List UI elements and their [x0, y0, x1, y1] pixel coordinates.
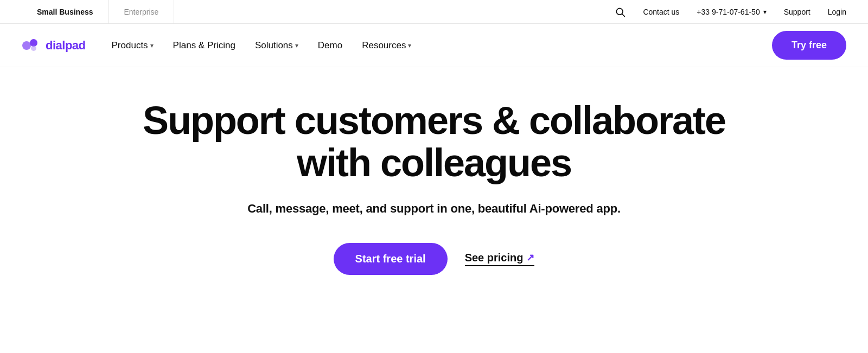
chevron-down-icon: ▾ [295, 42, 298, 49]
nav-solutions[interactable]: Solutions ▾ [255, 40, 298, 51]
contact-us-link[interactable]: Contact us [643, 8, 679, 16]
svg-point-3 [30, 39, 37, 47]
top-bar-tabs: Small Business Enterprise [22, 0, 174, 24]
start-free-trial-button[interactable]: Start free trial [334, 243, 448, 275]
top-bar: Small Business Enterprise Contact us +33… [0, 0, 868, 24]
nav-left: dialpad Products ▾ Plans & Pricing Solut… [22, 38, 411, 53]
logo-icon [22, 38, 41, 53]
arrow-icon: ↗ [526, 252, 534, 264]
nav-items: Products ▾ Plans & Pricing Solutions ▾ D… [112, 40, 412, 51]
nav-products[interactable]: Products ▾ [112, 40, 154, 51]
svg-point-2 [22, 41, 31, 50]
see-pricing-link[interactable]: See pricing ↗ [465, 252, 535, 266]
hero-subtitle: Call, message, meet, and support in one,… [247, 202, 621, 216]
nav-demo[interactable]: Demo [318, 40, 342, 51]
logo-text: dialpad [46, 38, 86, 53]
tab-enterprise[interactable]: Enterprise [109, 0, 175, 24]
chevron-down-icon: ▾ [763, 8, 767, 16]
tab-small-business[interactable]: Small Business [22, 0, 109, 24]
search-icon [615, 7, 626, 17]
main-nav: dialpad Products ▾ Plans & Pricing Solut… [0, 24, 868, 67]
login-link[interactable]: Login [828, 8, 846, 16]
top-bar-right: Contact us +33 9-71-07-61-50 ▾ Support L… [615, 7, 846, 17]
svg-line-1 [622, 14, 625, 16]
svg-point-4 [31, 46, 36, 51]
hero-cta: Start free trial See pricing ↗ [334, 243, 535, 275]
nav-resources[interactable]: Resources ▾ [362, 40, 411, 51]
logo[interactable]: dialpad [22, 38, 86, 53]
chevron-down-icon: ▾ [408, 42, 411, 49]
hero-title: Support customers & collaborate with col… [143, 100, 725, 184]
phone-number[interactable]: +33 9-71-07-61-50 ▾ [697, 8, 766, 16]
try-free-button[interactable]: Try free [772, 31, 846, 60]
chevron-down-icon: ▾ [150, 42, 154, 49]
hero-section: Support customers & collaborate with col… [0, 67, 868, 302]
search-button[interactable] [615, 7, 626, 17]
nav-plans-pricing[interactable]: Plans & Pricing [173, 40, 235, 51]
nav-right: Try free [772, 31, 846, 60]
support-link[interactable]: Support [784, 8, 810, 16]
